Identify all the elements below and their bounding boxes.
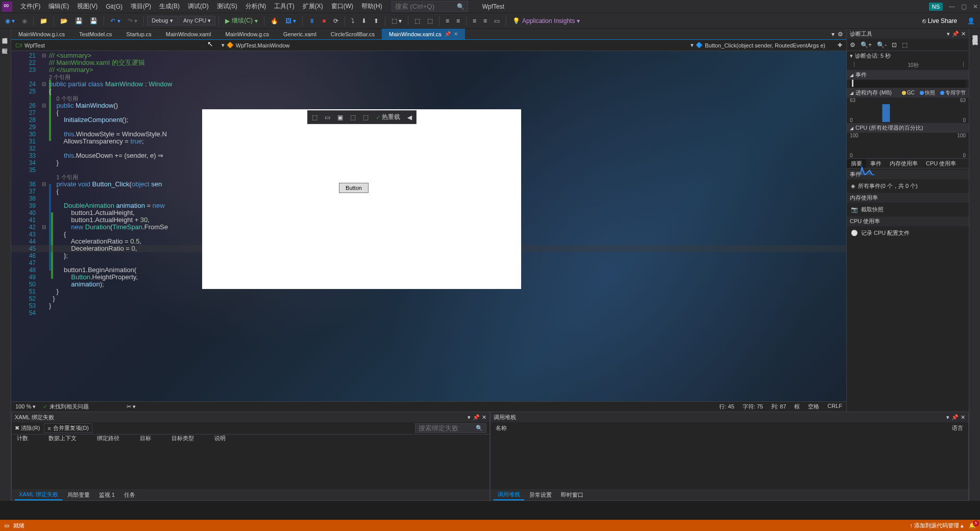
cpu-header[interactable]: ◢CPU (所有处理器的百分比) bbox=[847, 123, 969, 133]
tool-icon[interactable]: ⬚ ▾ bbox=[388, 15, 405, 27]
tool-icon[interactable]: ⬚ bbox=[902, 41, 908, 49]
menu-extensions[interactable]: 扩展(X) bbox=[299, 1, 327, 12]
btab-locals[interactable]: 局部变量 bbox=[63, 490, 94, 500]
stop-icon[interactable]: ■ bbox=[319, 15, 329, 27]
display-layout-icon[interactable]: ▣ bbox=[335, 113, 345, 122]
col-desc[interactable]: 说明 bbox=[214, 435, 226, 445]
feedback-icon[interactable]: 👤 bbox=[964, 15, 978, 27]
menu-test[interactable]: 测试(S) bbox=[213, 1, 241, 12]
tab-mainwindow-cs[interactable]: MainWindow.xaml.cs 📌 ✕ bbox=[382, 29, 465, 39]
spaces-indicator[interactable]: 空格 bbox=[808, 403, 819, 411]
pause-icon[interactable]: ⏸ bbox=[306, 15, 318, 27]
select-element-icon[interactable]: ▭ bbox=[323, 113, 332, 122]
close-icon[interactable]: ✕ bbox=[482, 414, 486, 421]
browser-link-icon[interactable]: 🖼 ▾ bbox=[282, 15, 299, 27]
live-visual-tree-icon[interactable]: ⬚ bbox=[310, 113, 320, 122]
timeline[interactable]: 10秒 bbox=[850, 62, 966, 69]
search-input[interactable] bbox=[395, 3, 457, 10]
tool-icon2[interactable]: ⬚ bbox=[411, 15, 423, 27]
btab-immediate[interactable]: 即时窗口 bbox=[557, 490, 587, 500]
zoom-out-icon[interactable]: 🔍- bbox=[877, 41, 887, 49]
zoom-in-icon[interactable]: 🔍+ bbox=[861, 41, 872, 49]
menu-file[interactable]: 文件(F) bbox=[16, 1, 44, 12]
back-button[interactable]: ◉ ▾ bbox=[2, 15, 18, 27]
memory-header[interactable]: ◢进程内存 (MB) GC 快照 专用字节 bbox=[847, 88, 969, 98]
events-item[interactable]: ◈所有事件(0 个，共 0 个) bbox=[851, 181, 965, 191]
panel-search-input[interactable] bbox=[419, 424, 476, 432]
nav-class[interactable]: ▾ 🔶 WpfTest.MainWindow bbox=[217, 42, 294, 49]
minimize-icon[interactable]: — bbox=[949, 3, 955, 10]
snapshot-button[interactable]: 📷截取快照 bbox=[851, 205, 965, 214]
clear-button[interactable]: ✖ 清除(R) bbox=[15, 424, 40, 432]
code-editor[interactable]: 21⊟/// <summary> 22 /// MainWindow.xaml … bbox=[11, 51, 846, 401]
col-type[interactable]: 目标类型 bbox=[172, 435, 194, 445]
menu-tools[interactable]: 工具(T) bbox=[270, 1, 298, 12]
wpf-button[interactable]: Button bbox=[339, 183, 369, 193]
pin-icon[interactable]: 📌 bbox=[445, 31, 451, 37]
tab-dropdown-icon[interactable]: ▾ bbox=[831, 31, 835, 38]
tab-mainwindow-xaml[interactable]: MainWindow.xaml bbox=[159, 29, 218, 39]
running-app-window[interactable]: ⬚ ▭ ▣ ⬚ ⬚ ✓ 热重载 ◀ Button bbox=[202, 109, 521, 289]
output-icon[interactable]: ▭ bbox=[4, 522, 9, 529]
step-into-icon[interactable]: ⬇ bbox=[358, 15, 370, 27]
dropdown-icon[interactable]: ▾ bbox=[947, 31, 950, 37]
zoom-level[interactable]: 100 % ▾ bbox=[15, 403, 36, 410]
pin-icon[interactable]: 📌 bbox=[951, 414, 959, 421]
btab-callstack[interactable]: 调用堆栈 bbox=[494, 490, 524, 500]
save-all-icon[interactable]: 💾 bbox=[87, 15, 101, 27]
server-explorer-tab[interactable]: 服务器资源管理器 bbox=[1, 31, 10, 37]
btab-exceptions[interactable]: 异常设置 bbox=[525, 490, 556, 500]
col-count[interactable]: 计数 bbox=[17, 435, 28, 445]
col-target[interactable]: 目标 bbox=[140, 435, 151, 445]
live-share-button[interactable]: ⎋ Live Share bbox=[919, 15, 960, 27]
memory-chart[interactable]: 63 0 63 0 bbox=[850, 98, 966, 123]
issues-indicator[interactable]: ✓ 未找到相关问题 bbox=[43, 403, 89, 411]
close-icon[interactable]: ✕ bbox=[961, 31, 966, 37]
save-icon[interactable]: 💾 bbox=[72, 15, 86, 27]
cpu-record-button[interactable]: ⚪记录 CPU 配置文件 bbox=[851, 228, 965, 238]
notifications-button[interactable]: 🔔5 bbox=[969, 522, 976, 529]
user-badge[interactable]: NS bbox=[929, 3, 943, 11]
forward-button[interactable]: ◉ bbox=[19, 15, 30, 27]
tool-icon5[interactable]: ≡ bbox=[453, 15, 463, 27]
hot-reload-icon[interactable]: 🔥 bbox=[267, 15, 281, 27]
menu-view[interactable]: 视图(V) bbox=[73, 1, 102, 12]
open-icon[interactable]: 📂 bbox=[57, 15, 71, 27]
comment-icon[interactable]: ≡ bbox=[470, 15, 479, 27]
tab-circlescroll[interactable]: CircleScrollBar.cs bbox=[324, 29, 382, 39]
source-control-button[interactable]: ↑ 添加到源代码管理 ▴ bbox=[910, 522, 964, 529]
bookmark-icon[interactable]: ▭ bbox=[491, 15, 503, 27]
btab-xaml[interactable]: XAML 绑定失败 bbox=[15, 490, 62, 500]
menu-window[interactable]: 窗口(W) bbox=[327, 1, 357, 12]
menu-project[interactable]: 项目(P) bbox=[127, 1, 155, 12]
tool-icon[interactable]: ⬚ bbox=[361, 113, 371, 122]
pin-icon[interactable]: 📌 bbox=[473, 414, 480, 421]
merge-duplicates-button[interactable]: ≡ 合并重复项(D) bbox=[44, 423, 92, 433]
btab-watch[interactable]: 监视 1 bbox=[95, 490, 119, 500]
dropdown-icon[interactable]: ▾ bbox=[946, 414, 949, 421]
crlf-indicator[interactable]: CRLF bbox=[827, 403, 842, 411]
app-insights[interactable]: 💡 Application Insights ▾ bbox=[509, 15, 583, 27]
pin-icon[interactable]: 📌 bbox=[952, 31, 959, 37]
undo-icon[interactable]: ↶ ▾ bbox=[107, 15, 123, 27]
collapse-icon[interactable]: ◀ bbox=[405, 113, 414, 122]
settings-icon[interactable]: ⚙ bbox=[850, 41, 855, 49]
continue-button[interactable]: ▶ 继续(C) ▾ bbox=[222, 14, 261, 27]
col-name[interactable]: 名称 bbox=[496, 424, 932, 432]
menu-debug[interactable]: 调试(D) bbox=[184, 1, 213, 12]
tool-icon4[interactable]: ≡ bbox=[443, 15, 452, 27]
maximize-icon[interactable]: ▢ bbox=[961, 3, 967, 10]
menu-help[interactable]: 帮助(H) bbox=[357, 1, 386, 12]
close-icon[interactable]: ✕ bbox=[973, 3, 978, 10]
split-icon[interactable]: ✚ bbox=[838, 42, 842, 49]
tab-close-icon[interactable]: ✕ bbox=[454, 31, 458, 37]
hot-reload-indicator[interactable]: ✓ 热重载 bbox=[374, 112, 402, 123]
tool-icon3[interactable]: ⬚ bbox=[424, 15, 436, 27]
platform-dropdown[interactable]: Any CPU ▾ bbox=[179, 16, 215, 26]
menu-git[interactable]: Git(G) bbox=[102, 2, 127, 12]
step-out-icon[interactable]: ⬆ bbox=[371, 15, 382, 27]
tab-settings-icon[interactable]: ⚙ bbox=[838, 31, 843, 38]
col-lang[interactable]: 语言 bbox=[952, 424, 963, 432]
config-dropdown[interactable]: Debug ▾ bbox=[147, 16, 178, 26]
col-path[interactable]: 绑定路径 bbox=[97, 435, 119, 445]
